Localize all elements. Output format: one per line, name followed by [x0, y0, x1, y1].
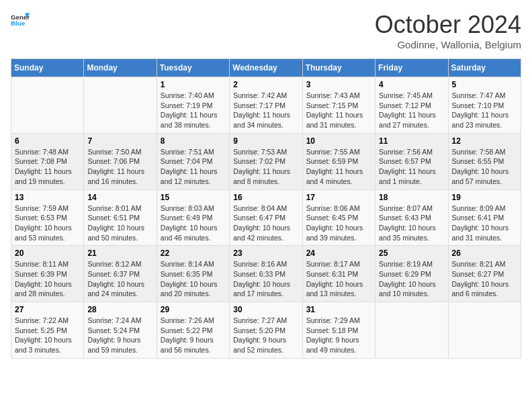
- day-cell: 31Sunrise: 7:29 AMSunset: 5:18 PMDayligh…: [302, 302, 375, 359]
- week-row-4: 20Sunrise: 8:11 AMSunset: 6:39 PMDayligh…: [11, 246, 521, 302]
- day-info: Sunrise: 7:22 AMSunset: 5:25 PMDaylight:…: [15, 316, 80, 355]
- day-cell: 1Sunrise: 7:40 AMSunset: 7:19 PMDaylight…: [157, 77, 229, 134]
- day-number: 31: [306, 305, 371, 314]
- day-info: Sunrise: 7:50 AMSunset: 7:06 PMDaylight:…: [87, 147, 152, 187]
- day-cell: 9Sunrise: 7:53 AMSunset: 7:02 PMDaylight…: [230, 133, 302, 189]
- col-header-tuesday: Tuesday: [157, 59, 229, 77]
- day-number: 30: [233, 305, 298, 314]
- day-number: 14: [87, 193, 152, 202]
- day-number: 7: [87, 136, 152, 146]
- title-block: October 2024 Godinne, Wallonia, Belgium: [375, 11, 521, 50]
- day-number: 15: [161, 193, 226, 202]
- day-cell: 5Sunrise: 7:47 AMSunset: 7:10 PMDaylight…: [448, 77, 521, 134]
- day-number: 29: [161, 305, 226, 314]
- day-number: 24: [306, 248, 371, 258]
- day-cell: 11Sunrise: 7:56 AMSunset: 6:57 PMDayligh…: [375, 133, 448, 189]
- col-header-monday: Monday: [84, 59, 157, 77]
- day-cell: 18Sunrise: 8:07 AMSunset: 6:43 PMDayligh…: [375, 189, 448, 246]
- day-number: 18: [379, 193, 444, 202]
- day-info: Sunrise: 8:19 AMSunset: 6:29 PMDaylight:…: [379, 259, 444, 299]
- page-header: General Blue October 2024 Godinne, Wallo…: [11, 11, 521, 50]
- day-cell: 27Sunrise: 7:22 AMSunset: 5:25 PMDayligh…: [11, 302, 84, 359]
- day-info: Sunrise: 7:27 AMSunset: 5:20 PMDaylight:…: [233, 316, 298, 355]
- day-number: 22: [161, 248, 226, 258]
- day-info: Sunrise: 8:14 AMSunset: 6:35 PMDaylight:…: [161, 259, 226, 299]
- day-number: 3: [306, 80, 371, 89]
- day-info: Sunrise: 8:09 AMSunset: 6:41 PMDaylight:…: [452, 203, 517, 243]
- day-number: 13: [15, 193, 80, 202]
- location-title: Godinne, Wallonia, Belgium: [375, 39, 521, 50]
- week-row-1: 1Sunrise: 7:40 AMSunset: 7:19 PMDaylight…: [11, 77, 521, 134]
- day-cell: [11, 77, 84, 134]
- day-cell: 17Sunrise: 8:06 AMSunset: 6:45 PMDayligh…: [302, 189, 375, 246]
- day-number: 4: [379, 80, 444, 89]
- month-title: October 2024: [375, 11, 521, 39]
- day-cell: [448, 302, 521, 359]
- col-header-sunday: Sunday: [11, 59, 84, 77]
- svg-text:Blue: Blue: [11, 19, 26, 27]
- day-number: 23: [233, 248, 298, 258]
- week-row-2: 6Sunrise: 7:48 AMSunset: 7:08 PMDaylight…: [11, 133, 521, 189]
- day-cell: 22Sunrise: 8:14 AMSunset: 6:35 PMDayligh…: [157, 246, 229, 302]
- day-cell: 29Sunrise: 7:26 AMSunset: 5:22 PMDayligh…: [157, 302, 229, 359]
- day-number: 5: [452, 80, 517, 89]
- day-cell: [375, 302, 448, 359]
- day-cell: 23Sunrise: 8:16 AMSunset: 6:33 PMDayligh…: [230, 246, 302, 302]
- day-cell: 8Sunrise: 7:51 AMSunset: 7:04 PMDaylight…: [157, 133, 229, 189]
- day-number: 17: [306, 193, 371, 202]
- day-info: Sunrise: 7:26 AMSunset: 5:22 PMDaylight:…: [161, 316, 226, 355]
- day-number: 27: [15, 305, 80, 314]
- day-number: 8: [161, 136, 226, 146]
- day-number: 1: [161, 80, 226, 89]
- day-number: 12: [452, 136, 517, 146]
- day-cell: 10Sunrise: 7:55 AMSunset: 6:59 PMDayligh…: [302, 133, 375, 189]
- day-cell: 26Sunrise: 8:21 AMSunset: 6:27 PMDayligh…: [448, 246, 521, 302]
- col-header-thursday: Thursday: [302, 59, 375, 77]
- day-cell: [84, 77, 157, 134]
- day-info: Sunrise: 8:06 AMSunset: 6:45 PMDaylight:…: [306, 203, 371, 243]
- day-number: 2: [233, 80, 298, 89]
- logo-icon: General Blue: [11, 11, 30, 30]
- day-number: 19: [452, 193, 517, 202]
- day-cell: 7Sunrise: 7:50 AMSunset: 7:06 PMDaylight…: [84, 133, 157, 189]
- day-info: Sunrise: 7:59 AMSunset: 6:53 PMDaylight:…: [15, 203, 80, 243]
- col-header-friday: Friday: [375, 59, 448, 77]
- day-cell: 28Sunrise: 7:24 AMSunset: 5:24 PMDayligh…: [84, 302, 157, 359]
- day-cell: 14Sunrise: 8:01 AMSunset: 6:51 PMDayligh…: [84, 189, 157, 246]
- day-info: Sunrise: 7:40 AMSunset: 7:19 PMDaylight:…: [161, 91, 226, 130]
- day-info: Sunrise: 7:43 AMSunset: 7:15 PMDaylight:…: [306, 91, 371, 130]
- day-cell: 16Sunrise: 8:04 AMSunset: 6:47 PMDayligh…: [230, 189, 302, 246]
- day-cell: 2Sunrise: 7:42 AMSunset: 7:17 PMDaylight…: [230, 77, 302, 134]
- day-cell: 6Sunrise: 7:48 AMSunset: 7:08 PMDaylight…: [11, 133, 84, 189]
- logo: General Blue: [11, 11, 30, 30]
- col-header-saturday: Saturday: [448, 59, 521, 77]
- header-row: SundayMondayTuesdayWednesdayThursdayFrid…: [11, 59, 521, 77]
- day-info: Sunrise: 7:45 AMSunset: 7:12 PMDaylight:…: [379, 91, 444, 130]
- day-number: 10: [306, 136, 371, 146]
- day-cell: 24Sunrise: 8:17 AMSunset: 6:31 PMDayligh…: [302, 246, 375, 302]
- day-info: Sunrise: 7:51 AMSunset: 7:04 PMDaylight:…: [161, 147, 226, 187]
- day-info: Sunrise: 8:01 AMSunset: 6:51 PMDaylight:…: [87, 203, 152, 243]
- day-number: 26: [452, 248, 517, 258]
- day-info: Sunrise: 8:11 AMSunset: 6:39 PMDaylight:…: [15, 259, 80, 299]
- day-cell: 25Sunrise: 8:19 AMSunset: 6:29 PMDayligh…: [375, 246, 448, 302]
- day-cell: 12Sunrise: 7:58 AMSunset: 6:55 PMDayligh…: [448, 133, 521, 189]
- day-cell: 13Sunrise: 7:59 AMSunset: 6:53 PMDayligh…: [11, 189, 84, 246]
- day-number: 20: [15, 248, 80, 258]
- day-number: 21: [87, 248, 152, 258]
- day-info: Sunrise: 8:21 AMSunset: 6:27 PMDaylight:…: [452, 259, 517, 299]
- day-cell: 15Sunrise: 8:03 AMSunset: 6:49 PMDayligh…: [157, 189, 229, 246]
- day-info: Sunrise: 7:42 AMSunset: 7:17 PMDaylight:…: [233, 91, 298, 130]
- day-cell: 3Sunrise: 7:43 AMSunset: 7:15 PMDaylight…: [302, 77, 375, 134]
- day-cell: 21Sunrise: 8:12 AMSunset: 6:37 PMDayligh…: [84, 246, 157, 302]
- day-number: 25: [379, 248, 444, 258]
- day-number: 6: [15, 136, 80, 146]
- day-info: Sunrise: 7:47 AMSunset: 7:10 PMDaylight:…: [452, 91, 517, 130]
- day-info: Sunrise: 7:29 AMSunset: 5:18 PMDaylight:…: [306, 316, 371, 355]
- day-cell: 19Sunrise: 8:09 AMSunset: 6:41 PMDayligh…: [448, 189, 521, 246]
- day-info: Sunrise: 7:48 AMSunset: 7:08 PMDaylight:…: [15, 147, 80, 187]
- day-cell: 20Sunrise: 8:11 AMSunset: 6:39 PMDayligh…: [11, 246, 84, 302]
- week-row-3: 13Sunrise: 7:59 AMSunset: 6:53 PMDayligh…: [11, 189, 521, 246]
- day-info: Sunrise: 7:58 AMSunset: 6:55 PMDaylight:…: [452, 147, 517, 187]
- day-cell: 30Sunrise: 7:27 AMSunset: 5:20 PMDayligh…: [230, 302, 302, 359]
